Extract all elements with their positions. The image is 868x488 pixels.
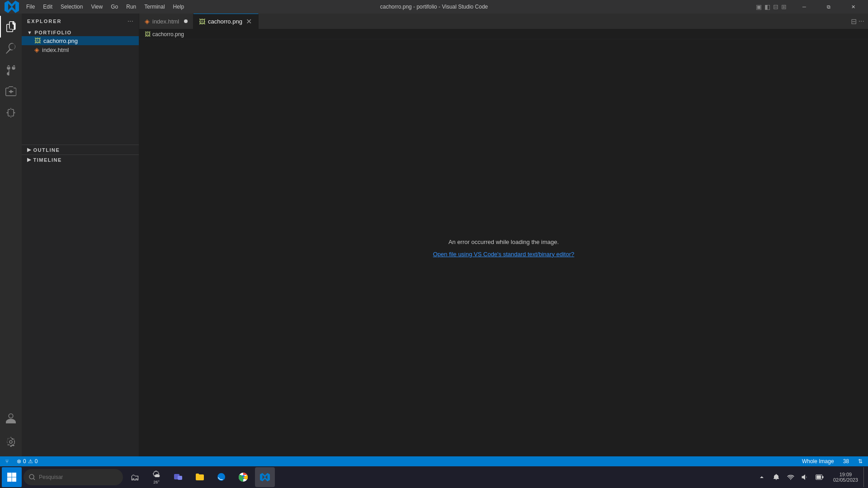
activity-settings[interactable]: [0, 431, 22, 453]
menu-edit[interactable]: Edit: [39, 2, 56, 11]
tray-volume[interactable]: [799, 469, 811, 485]
activity-explorer[interactable]: [0, 16, 22, 38]
editor-content: An error occurred while loading the imag…: [139, 39, 868, 456]
status-zoom-value[interactable]: 38: [841, 456, 851, 466]
tray-battery[interactable]: [813, 469, 826, 485]
taskbar: 🗂 🌤 26°: [0, 466, 868, 488]
editor-area: ◈ index.html 🖼 cachorro.png ✕ ⊟ ··· 🖼 ca…: [139, 14, 868, 456]
activity-extensions[interactable]: [0, 103, 22, 124]
timeline-chevron-icon: ▶: [27, 157, 32, 163]
battery-icon: [816, 474, 824, 480]
show-desktop-button[interactable]: [863, 467, 866, 487]
file-tree: ▼ PORTIFOLIO 🖼 cachorro.png ◈ index.html…: [22, 29, 139, 456]
error-message: An error occurred while loading the imag…: [448, 239, 559, 245]
layout-sidebar-icon[interactable]: ◧: [764, 3, 770, 10]
warning-count: 0: [35, 458, 38, 465]
folder-name: PORTIFOLIO: [34, 30, 71, 35]
status-bar-right: Whole Image 38 ⇅: [800, 456, 864, 466]
minimize-button[interactable]: ─: [794, 0, 815, 14]
file-item-index[interactable]: ◈ index.html: [22, 45, 139, 54]
activity-source-control[interactable]: [0, 59, 22, 81]
menu-go[interactable]: Go: [107, 2, 122, 11]
breadcrumb-file-icon: 🖼: [145, 31, 151, 38]
tab-png-icon: 🖼: [199, 18, 205, 25]
app: EXPLORER ··· ▼ PORTIFOLIO 🖼 cachorro.png…: [0, 14, 868, 488]
taskbar-app-teams[interactable]: [168, 467, 188, 487]
tray-notifications[interactable]: [770, 469, 783, 485]
outline-label: OUTLINE: [33, 147, 60, 153]
tray-wifi[interactable]: [784, 469, 797, 485]
layout-toggle-icon[interactable]: ▣: [756, 3, 762, 10]
sidebar-more-button[interactable]: ···: [127, 17, 133, 25]
taskbar-search-input[interactable]: [39, 474, 111, 480]
clock[interactable]: 19:09 02/05/2023: [830, 467, 862, 487]
tab-close-button[interactable]: ✕: [245, 18, 253, 25]
svg-rect-7: [816, 475, 821, 479]
menu-view[interactable]: View: [87, 2, 106, 11]
status-errors[interactable]: ⊗ 0 ⚠ 0: [15, 456, 39, 466]
menu-run[interactable]: Run: [123, 2, 140, 11]
taskbar-app-weather[interactable]: 🌤 26°: [146, 467, 166, 487]
folder-chevron-icon: ▼: [27, 30, 33, 35]
clock-date: 02/05/2023: [833, 477, 858, 483]
title-bar-left: File Edit Selection View Go Run Terminal…: [5, 0, 188, 14]
taskbar-app-file-explorer[interactable]: [190, 467, 210, 487]
status-bar: ⑂ ⊗ 0 ⚠ 0 Whole Image 38 ⇅: [0, 456, 868, 466]
system-tray: [754, 469, 828, 485]
taskbar-app-chrome[interactable]: [233, 467, 253, 487]
breadcrumb: 🖼 cachorro.png: [139, 29, 868, 39]
taskbar-app-files[interactable]: 🗂: [125, 467, 145, 487]
teams-icon: [173, 472, 184, 483]
error-count: 0: [23, 458, 26, 465]
layout-grid-icon[interactable]: ⊞: [781, 3, 787, 10]
sidebar-title: EXPLORER: [27, 19, 62, 24]
status-zoom-label[interactable]: Whole Image: [800, 456, 836, 466]
start-button[interactable]: [2, 467, 22, 487]
sidebar-header: EXPLORER ···: [22, 14, 139, 29]
notification-icon: [773, 474, 779, 480]
activity-account[interactable]: [0, 408, 22, 429]
sidebar: EXPLORER ··· ▼ PORTIFOLIO 🖼 cachorro.png…: [22, 14, 139, 456]
wifi-icon: [787, 474, 794, 480]
layout-panel-icon[interactable]: ⊟: [773, 3, 778, 10]
status-remote-action[interactable]: ⇅: [856, 456, 864, 466]
timeline-label: TIMELINE: [33, 157, 62, 163]
chevron-up-icon: [760, 475, 764, 479]
tabs-bar: ◈ index.html 🖼 cachorro.png ✕ ⊟ ···: [139, 14, 868, 29]
folder-header-portifolio[interactable]: ▼ PORTIFOLIO: [22, 29, 139, 36]
timeline-section-header[interactable]: ▶ TIMELINE: [22, 155, 139, 164]
split-editor-icon[interactable]: ⊟: [851, 17, 857, 26]
close-button[interactable]: ✕: [843, 0, 863, 14]
file-html-icon: ◈: [34, 46, 39, 53]
outline-section-header[interactable]: ▶ OUTLINE: [22, 145, 139, 155]
tray-chevron[interactable]: [755, 469, 768, 485]
title-bar: File Edit Selection View Go Run Terminal…: [0, 0, 868, 14]
activity-run-debug[interactable]: [0, 81, 22, 103]
vscode-taskbar-icon: [260, 472, 270, 482]
menu-terminal[interactable]: Terminal: [141, 2, 168, 11]
svg-rect-3: [178, 476, 182, 480]
file-png-icon: 🖼: [34, 37, 41, 44]
restore-button[interactable]: ⧉: [818, 0, 839, 14]
more-actions-icon[interactable]: ···: [859, 17, 864, 25]
file-item-cachorro[interactable]: 🖼 cachorro.png: [22, 36, 139, 45]
tab-cachorro-png[interactable]: 🖼 cachorro.png ✕: [193, 14, 259, 29]
status-remote-icon[interactable]: ⑂: [4, 456, 10, 466]
open-editor-link[interactable]: Open file using VS Code's standard text/…: [433, 251, 575, 258]
error-icon: ⊗: [17, 458, 21, 465]
tabs-right-actions: ⊟ ···: [847, 14, 868, 29]
menu-selection[interactable]: Selection: [57, 2, 86, 11]
taskbar-app-vscode[interactable]: [255, 467, 275, 487]
taskbar-search-box[interactable]: [24, 469, 123, 485]
remote-action-icon: ⇅: [858, 458, 863, 465]
file-name-index: index.html: [42, 47, 69, 53]
activity-search[interactable]: [0, 38, 22, 59]
menu-help[interactable]: Help: [170, 2, 188, 11]
workspace: EXPLORER ··· ▼ PORTIFOLIO 🖼 cachorro.png…: [0, 14, 868, 456]
remote-icon: ⑂: [5, 458, 9, 465]
tab-index-html[interactable]: ◈ index.html: [139, 14, 193, 29]
svg-line-1: [33, 479, 35, 480]
windows-logo-icon: [7, 473, 16, 482]
taskbar-app-edge[interactable]: [212, 467, 231, 487]
menu-file[interactable]: File: [23, 2, 38, 11]
